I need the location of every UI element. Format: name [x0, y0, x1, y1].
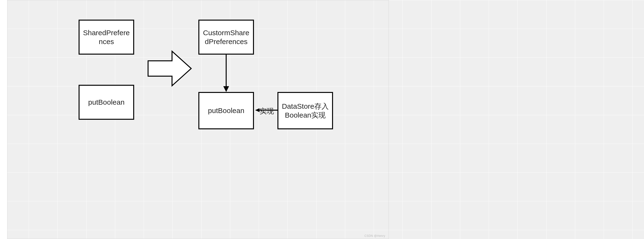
node-label: CustormSharedPreferences [201, 28, 251, 46]
node-label: putBoolean [88, 98, 124, 107]
svg-marker-0 [148, 51, 191, 86]
inherits-arrow-icon [222, 54, 231, 92]
node-label: putBoolean [208, 106, 244, 115]
svg-marker-4 [255, 108, 260, 112]
node-label: SharedPreferences [82, 28, 131, 46]
node-put-boolean-left[interactable]: putBoolean [78, 85, 134, 120]
node-shared-preferences[interactable]: SharedPreferences [78, 20, 134, 54]
node-datastore-boolean-impl[interactable]: DataStore存入Boolean实现 [278, 92, 333, 129]
watermark: CSDN @Henry [364, 234, 385, 238]
node-custom-shared-preferences[interactable]: CustormSharedPreferences [198, 20, 254, 54]
node-label: DataStore存入Boolean实现 [280, 102, 330, 120]
svg-marker-2 [223, 86, 229, 92]
node-put-boolean-right[interactable]: putBoolean [198, 92, 254, 129]
edge-label-implements: 实现 [260, 106, 274, 116]
transform-arrow-icon [148, 51, 191, 86]
left-gutter [0, 0, 7, 239]
